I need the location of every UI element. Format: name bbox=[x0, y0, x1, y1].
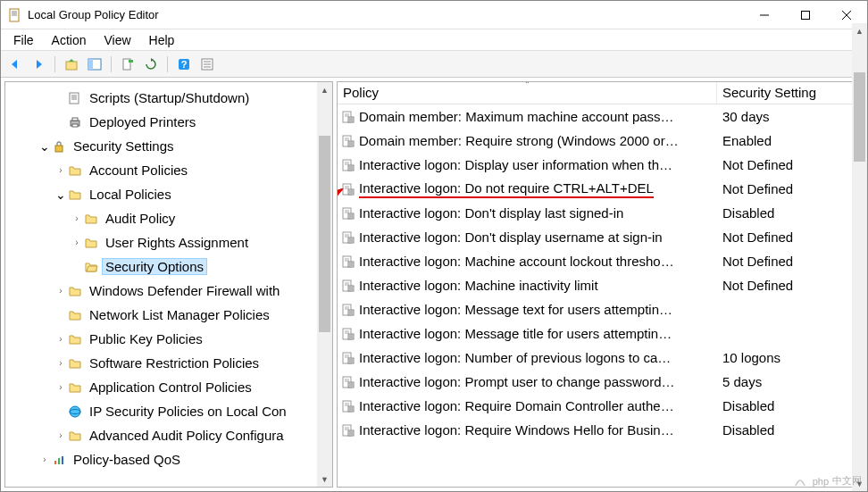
tree-view[interactable]: Scripts (Startup/Shutdown)Deployed Print… bbox=[5, 82, 332, 487]
tree-item[interactable]: Deployed Printers bbox=[5, 110, 332, 134]
list-row[interactable]: Interactive logon: Machine inactivity li… bbox=[338, 273, 863, 297]
tree-item[interactable]: Scripts (Startup/Shutdown) bbox=[5, 86, 332, 110]
list-row[interactable]: Interactive logon: Require Domain Contro… bbox=[338, 394, 863, 418]
expand-icon[interactable]: › bbox=[54, 334, 68, 344]
show-hide-tree-button[interactable] bbox=[84, 54, 105, 75]
expand-icon[interactable]: › bbox=[54, 165, 68, 175]
svg-rect-95 bbox=[348, 358, 354, 363]
list-row[interactable]: Interactive logon: Number of previous lo… bbox=[338, 346, 863, 370]
properties-button[interactable] bbox=[196, 54, 218, 75]
policy-name: Interactive logon: Require Windows Hello… bbox=[359, 422, 674, 438]
policy-name: Interactive logon: Require Domain Contro… bbox=[359, 398, 674, 413]
tree-item[interactable]: ›Windows Defender Firewall with bbox=[5, 279, 332, 303]
expand-icon[interactable]: › bbox=[54, 382, 68, 392]
collapse-icon[interactable]: ⌄ bbox=[54, 188, 68, 202]
svg-rect-89 bbox=[348, 334, 354, 339]
list-body[interactable]: Domain member: Maximum machine account p… bbox=[338, 104, 863, 487]
menu-action[interactable]: Action bbox=[43, 31, 96, 49]
folder-icon bbox=[68, 284, 82, 298]
refresh-button[interactable] bbox=[140, 54, 162, 75]
tree-item-label: Audit Policy bbox=[102, 210, 179, 227]
policy-icon bbox=[341, 230, 355, 245]
tree-item[interactable]: Security Options bbox=[5, 254, 332, 279]
scroll-thumb[interactable] bbox=[319, 136, 330, 332]
policy-name: Domain member: Require strong (Windows 2… bbox=[359, 133, 679, 148]
list-row[interactable]: Interactive logon: Message text for user… bbox=[338, 297, 863, 321]
export-button[interactable] bbox=[117, 54, 138, 75]
tree-item[interactable]: ›Application Control Policies bbox=[5, 375, 332, 399]
tree-item[interactable]: ›Advanced Audit Policy Configura bbox=[5, 423, 332, 447]
tree-item[interactable]: ⌄Local Policies bbox=[5, 182, 332, 206]
column-header-setting[interactable]: Security Setting bbox=[717, 82, 863, 104]
tree-item-label: Software Restriction Policies bbox=[86, 354, 263, 371]
policy-icon bbox=[341, 303, 355, 317]
list-row[interactable]: Domain member: Require strong (Windows 2… bbox=[338, 129, 863, 153]
security-setting: Not Defined bbox=[717, 181, 863, 196]
back-button[interactable] bbox=[4, 54, 26, 75]
policy-icon bbox=[341, 423, 355, 438]
list-row[interactable]: Interactive logon: Require Windows Hello… bbox=[338, 418, 863, 442]
tree-scrollbar[interactable]: ▲ ▼ bbox=[317, 82, 332, 487]
tree-item-label: Policy-based QoS bbox=[70, 451, 184, 468]
tree-item[interactable]: ›Account Policies bbox=[5, 158, 332, 182]
tree-item[interactable]: ›User Rights Assignment bbox=[5, 230, 332, 254]
tree-item-label: Windows Defender Firewall with bbox=[86, 282, 283, 299]
tree-item[interactable]: ›Policy-based QoS bbox=[5, 447, 332, 471]
scroll-down-icon[interactable]: ▼ bbox=[317, 471, 332, 487]
menu-file[interactable]: File bbox=[4, 31, 43, 49]
minimize-button[interactable] bbox=[744, 1, 785, 29]
expand-icon[interactable]: › bbox=[70, 238, 84, 247]
tree-item-label: IP Security Policies on Local Con bbox=[86, 403, 290, 420]
list-row[interactable]: Interactive logon: Machine account locko… bbox=[338, 249, 863, 273]
tree-item[interactable]: ›Audit Policy bbox=[5, 206, 332, 230]
scroll-up-icon[interactable]: ▲ bbox=[317, 82, 332, 97]
tree-item-label: Network List Manager Policies bbox=[86, 306, 273, 323]
list-row[interactable]: Interactive logon: Don't display last si… bbox=[338, 201, 863, 225]
column-header-policy[interactable]: Policy ⌃ bbox=[338, 82, 717, 104]
ipsec-icon bbox=[68, 404, 82, 419]
list-row[interactable]: Interactive logon: Display user informat… bbox=[338, 153, 863, 177]
folder-icon bbox=[68, 356, 82, 371]
expand-icon[interactable]: › bbox=[70, 213, 84, 223]
expand-icon[interactable]: › bbox=[54, 358, 68, 368]
list-pane: Policy ⌃ Security Setting Domain member:… bbox=[337, 81, 864, 488]
list-row[interactable]: Interactive logon: Don't display usernam… bbox=[338, 225, 863, 249]
svg-text:?: ? bbox=[181, 59, 188, 70]
tree-item-label: Local Policies bbox=[86, 186, 175, 203]
tree-item[interactable]: ›Software Restriction Policies bbox=[5, 351, 332, 375]
list-row[interactable]: Interactive logon: Prompt user to change… bbox=[338, 370, 863, 394]
folder-icon bbox=[68, 308, 82, 322]
list-row[interactable]: Domain member: Maximum machine account p… bbox=[338, 104, 863, 129]
collapse-icon[interactable]: ⌄ bbox=[38, 139, 52, 154]
window-controls bbox=[744, 1, 867, 29]
scroll-thumb[interactable] bbox=[854, 81, 864, 162]
policy-name: Interactive logon: Machine inactivity li… bbox=[359, 278, 598, 293]
expand-icon[interactable]: › bbox=[38, 454, 52, 464]
tree-item-label: Scripts (Startup/Shutdown) bbox=[86, 89, 253, 106]
policy-name: Interactive logon: Do not require CTRL+A… bbox=[359, 180, 654, 198]
tree-item[interactable]: IP Security Policies on Local Con bbox=[5, 399, 332, 423]
tree-item[interactable]: ›Public Key Policies bbox=[5, 327, 332, 351]
svg-rect-53 bbox=[348, 189, 354, 195]
menu-help[interactable]: Help bbox=[140, 31, 184, 49]
policy-name: Interactive logon: Number of previous lo… bbox=[359, 350, 671, 365]
qos-icon bbox=[52, 453, 66, 467]
expand-icon[interactable]: › bbox=[54, 286, 68, 296]
maximize-button[interactable] bbox=[785, 1, 826, 29]
forward-button[interactable] bbox=[28, 54, 49, 75]
svg-rect-35 bbox=[348, 117, 354, 122]
list-row[interactable]: Interactive logon: Message title for use… bbox=[338, 321, 863, 346]
help-button[interactable]: ? bbox=[173, 54, 195, 75]
tree-item[interactable]: ⌄Security Settings bbox=[5, 134, 332, 158]
list-scrollbar[interactable]: ▲ ▼ bbox=[852, 81, 864, 488]
svg-rect-18 bbox=[70, 93, 79, 104]
security-setting: Not Defined bbox=[717, 229, 863, 245]
svg-rect-101 bbox=[348, 382, 354, 388]
up-button[interactable] bbox=[61, 54, 82, 75]
list-row[interactable]: Interactive logon: Do not require CTRL+A… bbox=[338, 177, 863, 201]
menu-view[interactable]: View bbox=[95, 31, 139, 49]
menubar: File Action View Help bbox=[1, 29, 867, 51]
security-setting: 30 days bbox=[717, 109, 863, 124]
expand-icon[interactable]: › bbox=[54, 430, 68, 440]
tree-item[interactable]: Network List Manager Policies bbox=[5, 303, 332, 327]
